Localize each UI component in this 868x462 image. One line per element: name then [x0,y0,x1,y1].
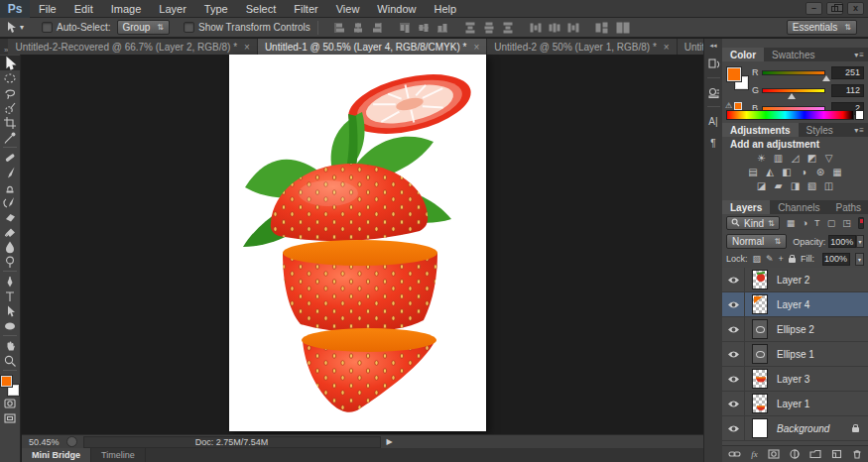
distribute-right-edges-icon[interactable] [567,22,579,34]
blend-mode-dropdown[interactable]: Normal ⇅ [726,234,787,249]
distribute-top-edges-icon[interactable] [464,22,476,34]
doc-tab-untitled-1[interactable]: Untitled-1 @ 50.5% (Layer 4, RGB/8/CMYK)… [258,39,487,55]
marquee-tool[interactable] [0,70,20,85]
character-panel-icon[interactable]: A| [704,110,723,132]
shape-tool[interactable] [0,318,20,333]
layer-name[interactable]: Ellipse 1 [777,349,814,360]
distribute-horizontal-centers-icon[interactable] [549,22,560,34]
dodge-tool[interactable] [0,254,20,269]
vibrance-icon[interactable]: ▽ [822,152,835,165]
layer-row-ellipse-2[interactable]: Ellipse 2 [722,317,868,342]
add-layer-mask-icon[interactable] [768,449,780,459]
healing-brush-tool[interactable] [0,150,20,165]
levels-icon[interactable]: ▥ [772,152,785,165]
menu-window[interactable]: Window [368,0,425,18]
delete-layer-icon[interactable] [852,449,862,459]
lock-transparency-icon[interactable]: ▨ [753,254,762,264]
menu-select[interactable]: Select [237,0,286,18]
black-white-icon[interactable]: ◧ [781,166,794,178]
tab-styles[interactable]: Styles [799,123,841,137]
color-lookup-icon[interactable]: ▦ [831,166,844,178]
white-chip[interactable] [855,110,864,120]
quick-selection-tool[interactable] [0,100,20,115]
visibility-toggle[interactable] [722,416,745,440]
hue-saturation-icon[interactable]: ▤ [747,166,760,178]
menu-edit[interactable]: Edit [65,0,102,18]
visibility-toggle[interactable] [722,292,745,316]
layer-row-layer-2[interactable]: Layer 2 [722,268,868,292]
status-options-arrow-icon[interactable]: ▶ [381,437,399,446]
color-balance-icon[interactable]: ◭ [764,166,777,178]
invert-icon[interactable]: ◪ [755,179,768,192]
filter-smart-objects-icon[interactable]: ◳ [842,218,851,228]
document-sizes[interactable]: Doc: 2.75M/7.54M [83,436,381,448]
crop-tool[interactable] [0,115,20,130]
shape-layer-thumbnail[interactable] [752,344,768,364]
menu-image[interactable]: Image [102,0,151,18]
menu-type[interactable]: Type [195,0,237,18]
auto-align-layers-icon[interactable] [595,22,609,34]
align-right-edges-icon[interactable] [371,22,383,34]
layer-row-layer-4[interactable]: Layer 4 [722,292,868,317]
menu-filter[interactable]: Filter [285,0,326,18]
distribute-vertical-centers-icon[interactable] [483,22,495,34]
auto-select-target-dropdown[interactable]: Group ⇅ [117,20,171,35]
screen-mode-button[interactable] [0,410,20,425]
new-layer-icon[interactable] [831,449,842,459]
history-brush-tool[interactable] [0,194,20,209]
threshold-icon[interactable]: ◨ [789,179,802,192]
gamut-warning[interactable]: ⚠ [725,101,742,110]
path-selection-tool[interactable] [0,303,20,318]
menu-layer[interactable]: Layer [150,0,195,18]
slider-thumb[interactable] [822,75,830,81]
close-icon[interactable]: × [473,42,479,53]
lock-all-icon[interactable] [789,258,796,263]
move-tool-preset[interactable]: ▾ [5,21,24,34]
show-transform-checkbox[interactable] [184,22,194,33]
lock-position-icon[interactable]: + [779,254,784,264]
tab-paths[interactable]: Paths [828,200,868,214]
visibility-toggle[interactable] [722,317,745,341]
gradient-map-icon[interactable]: ▧ [806,179,818,192]
align-left-edges-icon[interactable] [333,22,345,34]
layer-row-layer-3[interactable]: Layer 3 [722,367,868,392]
panel-menu-icon[interactable]: ▾ ≡ [854,48,868,61]
type-tool[interactable] [0,289,20,303]
move-tool[interactable] [0,56,20,70]
red-value-field[interactable]: 251 [831,66,864,79]
tab-swatches[interactable]: Swatches [764,48,822,61]
layer-thumbnail[interactable] [752,418,768,438]
layer-name[interactable]: Layer 4 [777,299,809,310]
align-top-edges-icon[interactable] [399,22,411,34]
auto-select-checkbox[interactable] [42,22,53,33]
clone-stamp-tool[interactable] [0,179,20,194]
posterize-icon[interactable]: ▰ [772,179,785,192]
expand-panels-icon[interactable]: ◂◂ [709,39,716,53]
tab-layers[interactable]: Layers [722,200,770,214]
minimize-button[interactable]: – [806,2,822,15]
document-canvas[interactable] [229,55,486,431]
zoom-level-field[interactable]: 50.45% [22,437,66,447]
selective-color-icon[interactable]: ◫ [822,179,835,192]
layer-thumbnail[interactable] [752,270,768,289]
color-ramp[interactable] [726,110,854,120]
doc-tab-untitled-2-recovered[interactable]: Untitled-2-Recovered @ 66.7% (Layer 2, R… [8,39,257,55]
gradient-tool[interactable] [0,224,20,239]
align-bottom-edges-icon[interactable] [436,22,448,34]
layer-row-layer-1[interactable]: Layer 1 [722,392,868,416]
filter-type-layers-icon[interactable]: T [814,218,820,228]
scrubby-zoom-icon[interactable] [66,436,77,447]
align-horizontal-centers-icon[interactable] [352,22,364,34]
filter-pixel-layers-icon[interactable]: ▦ [787,218,796,228]
green-slider[interactable] [762,88,825,93]
layer-row-background[interactable]: Background [722,416,868,441]
doc-tab-untitled-2[interactable]: Untitled-2 @ 50% (Layer 1, RGB/8) * × [487,39,677,55]
3d-mode-icon[interactable] [616,22,630,34]
fill-dropdown-icon[interactable]: ▾ [855,253,864,266]
red-slider[interactable] [762,70,825,75]
curves-icon[interactable]: ◿ [789,152,802,165]
filter-adjustment-layers-icon[interactable]: ◑ [802,218,806,228]
lasso-tool[interactable] [0,85,20,100]
shape-layer-thumbnail[interactable] [752,319,768,339]
tab-mini-bridge[interactable]: Mini Bridge [22,448,91,462]
